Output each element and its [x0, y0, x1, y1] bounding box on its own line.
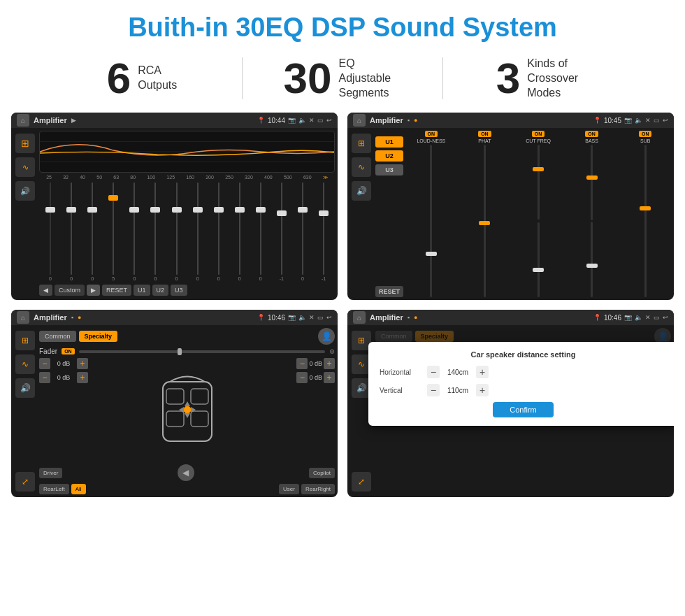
dialog-horizontal-row: Horizontal − 140cm + [380, 366, 667, 378]
home-icon-spec[interactable]: ⌂ [17, 311, 29, 324]
cross-u2-btn[interactable]: U2 [375, 150, 403, 162]
freq-630: 630 [303, 175, 312, 180]
bass-slider-area [566, 145, 618, 297]
eq-slider-5[interactable]: 0 [124, 182, 144, 281]
eq-reset-button[interactable]: RESET [102, 285, 131, 296]
spec-plus-4[interactable]: + [324, 372, 335, 383]
eq-slider-13[interactable]: 0 [293, 182, 312, 281]
pin-icon-eq: 📍 [257, 117, 265, 124]
svg-rect-5 [191, 389, 208, 404]
eq-bottom-buttons: ◀ Custom ▶ RESET U1 U2 U3 [39, 283, 335, 297]
cutfreq-slider-g[interactable] [538, 222, 540, 297]
dlg-vertical-plus[interactable]: + [476, 384, 489, 396]
dlg-horizontal-plus[interactable]: + [476, 366, 489, 378]
cutfreq-slider-f[interactable] [538, 145, 540, 220]
home-icon-cross[interactable]: ⌂ [353, 114, 366, 127]
spec-expand-btn[interactable]: ⤢ [15, 472, 35, 492]
eq-slider-1[interactable]: 0 [41, 182, 60, 281]
eq-slider-9[interactable]: 0 [209, 182, 229, 281]
eq-slider-11[interactable]: 0 [251, 182, 271, 281]
eq-play-button[interactable]: ▶ [87, 285, 100, 296]
spec-user-btn[interactable]: User [279, 484, 299, 494]
status-bar-dlg: ⌂ Amplifier ▪ ● 📍 10:46 📷🔈✕▭ ↩ [347, 310, 674, 325]
home-icon-eq[interactable]: ⌂ [17, 114, 29, 127]
dlg-vertical-minus[interactable]: − [427, 384, 440, 396]
eq-u3-button[interactable]: U3 [171, 285, 187, 296]
sub-label: SUB [640, 138, 650, 143]
spec-icon-avatar[interactable]: 👤 [318, 328, 335, 345]
spec-minus-3[interactable]: − [296, 358, 308, 369]
eq-slider-6[interactable]: 0 [145, 182, 165, 281]
spec-tab-specialty[interactable]: Specialty [79, 331, 118, 342]
spec-minus-1[interactable]: − [39, 358, 50, 369]
freq-100: 100 [147, 175, 155, 180]
spec-copilot-btn[interactable]: Copilot [309, 468, 335, 478]
eq-prev-button[interactable]: ◀ [39, 285, 52, 296]
spec-bottom-btns: Driver ◀ Copilot [39, 464, 335, 481]
spec-tune-btn[interactable]: ⊞ [15, 331, 35, 350]
time-cross: 10:45 [604, 117, 621, 124]
spec-rearright-btn[interactable]: RearRight [301, 484, 335, 494]
dlg-expand-btn[interactable]: ⤢ [352, 472, 371, 492]
cam-icon-eq: 📷 [288, 117, 296, 124]
cross-reset-btn[interactable]: RESET [375, 286, 403, 297]
eq-sidebar-speaker[interactable]: 🔊 [15, 181, 35, 201]
spec-minus-4[interactable]: − [296, 372, 308, 383]
status-icons-dlg: 📍 10:46 📷🔈✕▭ ↩ [593, 314, 668, 322]
spec-tab-common[interactable]: Common [39, 331, 76, 342]
stat-label-eq: EQ AdjustableSegments [338, 57, 401, 100]
dlg-tab-common[interactable]: Common [375, 331, 412, 342]
spec-speaker-btn[interactable]: 🔊 [15, 378, 35, 398]
sub-slider[interactable] [619, 145, 671, 297]
cross-presets-col: U1 U2 U3 RESET [375, 131, 403, 297]
eq-u2-button[interactable]: U2 [152, 285, 169, 296]
eq-sidebar-wave[interactable]: ∿ [15, 157, 35, 177]
bass-slider-g[interactable] [591, 222, 593, 297]
bass-slider-f[interactable] [591, 145, 593, 220]
eq-slider-10[interactable]: 0 [230, 182, 250, 281]
stat-label-crossover: Kinds ofCrossover Modes [527, 57, 590, 100]
back-icon-eq[interactable]: ↩ [326, 117, 332, 124]
cross-content-area: U1 U2 U3 RESET ON LOUD-NESS [375, 131, 671, 297]
svg-rect-7 [191, 411, 208, 427]
spec-db-row-2: − 0 dB + [39, 372, 88, 383]
eq-u1-button[interactable]: U1 [134, 285, 150, 296]
svg-marker-9 [185, 401, 190, 406]
svg-rect-4 [166, 389, 184, 404]
spec-driver-btn[interactable]: Driver [39, 468, 62, 478]
spec-plus-1[interactable]: + [77, 358, 88, 369]
confirm-button[interactable]: Confirm [493, 402, 554, 417]
cross-speaker-btn[interactable]: 🔊 [352, 181, 371, 201]
eq-slider-7[interactable]: 0 [166, 182, 186, 281]
spec-plus-2[interactable]: + [77, 372, 88, 383]
eq-slider-4[interactable]: 5 [103, 182, 123, 281]
dot-icon-cross: ● [414, 117, 417, 124]
cross-u3-btn[interactable]: U3 [375, 164, 403, 176]
spec-minus-2[interactable]: − [39, 372, 50, 383]
dlg-tab-specialty[interactable]: Specialty [415, 331, 454, 342]
cross-tune-btn[interactable]: ⊞ [352, 134, 371, 153]
phat-slider[interactable] [459, 145, 511, 297]
cross-wave-btn[interactable]: ∿ [352, 157, 371, 177]
eq-sidebar-tune[interactable]: ⊞ [15, 134, 35, 153]
spec-wave-btn[interactable]: ∿ [15, 354, 35, 374]
cross-u1-btn[interactable]: U1 [375, 136, 403, 148]
spec-plus-3[interactable]: + [324, 358, 335, 369]
spec-rearleft-btn[interactable]: RearLeft [39, 484, 69, 494]
dlg-horizontal-minus[interactable]: − [427, 366, 440, 378]
spec-all-btn[interactable]: All [71, 484, 86, 494]
spec-left-ctrls: − 0 dB + − 0 dB + [39, 358, 88, 461]
eq-arrows[interactable]: ≫ [323, 175, 328, 180]
loudness-slider[interactable] [405, 145, 457, 297]
eq-preset-custom[interactable]: Custom [55, 285, 85, 296]
home-icon-dlg[interactable]: ⌂ [353, 311, 366, 324]
eq-slider-8[interactable]: 0 [188, 182, 208, 281]
eq-slider-12[interactable]: -1 [272, 182, 291, 281]
spec-db-row-3: − 0 dB + [296, 358, 335, 369]
bass-label: BASS [585, 138, 598, 143]
eq-slider-2[interactable]: 0 [62, 182, 81, 281]
eq-slider-3[interactable]: 0 [82, 182, 102, 281]
fader-slider-track[interactable] [79, 350, 325, 353]
eq-slider-14[interactable]: -1 [314, 182, 333, 281]
spec-left-arrow[interactable]: ◀ [178, 464, 194, 481]
